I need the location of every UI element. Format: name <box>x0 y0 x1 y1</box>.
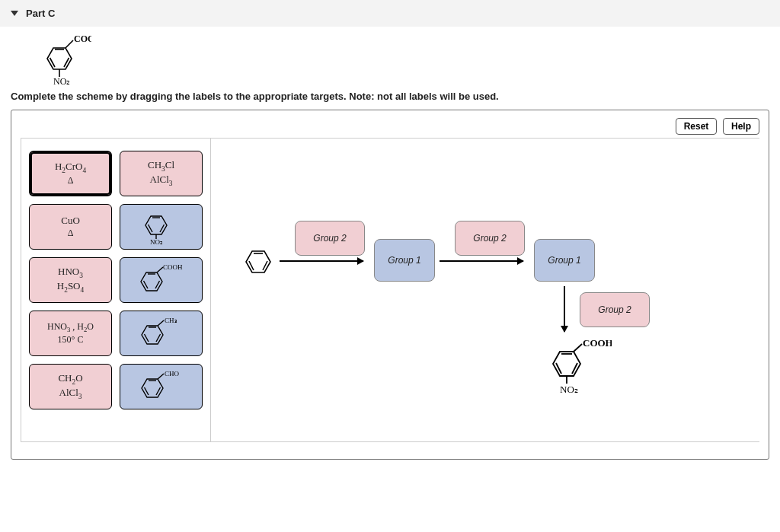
svg-text:NO₂: NO₂ <box>560 384 578 395</box>
arrow-3 <box>564 286 565 332</box>
arrow-1 <box>280 260 363 262</box>
instruction-text: Complete the scheme by dragging the labe… <box>11 91 769 102</box>
target-arrow3-reagent[interactable]: Group 2 <box>580 292 650 327</box>
svg-text:NO₂: NO₂ <box>53 76 70 86</box>
part-title: Part C <box>26 8 55 19</box>
label-h2cro4[interactable]: H2CrO4 Δ <box>29 151 112 196</box>
label-nitrobenzene[interactable]: NO₂ <box>120 204 203 250</box>
svg-text:NO₂: NO₂ <box>150 238 163 245</box>
part-header[interactable]: Part C <box>0 0 780 27</box>
label-cuo[interactable]: CuO Δ <box>29 204 112 250</box>
svg-line-24 <box>158 320 164 326</box>
start-benzene <box>241 245 275 281</box>
label-benzoic-acid[interactable]: COOH <box>120 257 203 303</box>
label-palette: H2CrO4 Δ CH3Cl AlCl3 CuO Δ <box>21 139 211 441</box>
svg-line-18 <box>157 267 163 272</box>
label-ch2o-alcl3[interactable]: CH2O AlCl3 <box>29 364 112 409</box>
svg-text:COOH: COOH <box>74 34 91 44</box>
svg-line-38 <box>572 363 577 374</box>
target-arrow1-reagent[interactable]: Group 2 <box>295 221 365 256</box>
target-intermediate-2[interactable]: Group 1 <box>534 239 595 282</box>
svg-text:COOH: COOH <box>163 263 183 271</box>
label-toluene[interactable]: CH₃ <box>120 311 203 356</box>
reset-button[interactable]: Reset <box>676 118 718 135</box>
svg-line-40 <box>574 344 582 352</box>
target-arrow2-reagent[interactable]: Group 2 <box>455 221 525 256</box>
label-ch3cl-alcl3[interactable]: CH3Cl AlCl3 <box>120 151 203 196</box>
svg-text:COOH: COOH <box>583 337 612 349</box>
svg-line-4 <box>66 40 73 48</box>
arrow-2 <box>440 260 523 262</box>
prompt-molecule: COOH NO₂ <box>38 34 780 86</box>
work-panel: Reset Help H2CrO4 Δ CH3Cl AlCl3 CuO Δ <box>11 110 769 460</box>
svg-text:CHO: CHO <box>165 370 180 377</box>
scheme-canvas: Group 2 Group 1 Group 2 Group 1 Group 2 <box>211 139 759 441</box>
target-intermediate-1[interactable]: Group 1 <box>374 239 435 282</box>
label-benzaldehyde[interactable]: CHO <box>120 364 203 409</box>
label-hno3-h2so4[interactable]: HNO3 H2SO4 <box>29 257 112 303</box>
help-button[interactable]: Help <box>723 118 759 135</box>
product-molecule: COOH NO₂ <box>543 336 612 400</box>
label-hno3-h2o-150[interactable]: HNO3 , H2O 150° C <box>29 311 112 356</box>
caret-down-icon <box>11 11 18 16</box>
svg-text:CH₃: CH₃ <box>165 317 177 324</box>
svg-line-30 <box>158 374 164 379</box>
svg-line-39 <box>556 363 561 374</box>
